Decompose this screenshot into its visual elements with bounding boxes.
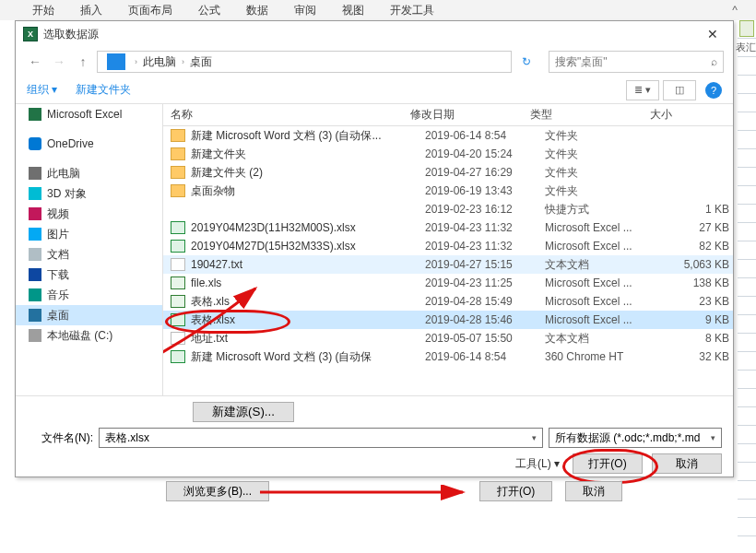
col-size[interactable]: 大小 <box>650 107 715 123</box>
col-date[interactable]: 修改日期 <box>410 107 530 123</box>
sidebar-item-label: 视频 <box>47 206 69 222</box>
chevron-down-icon: ▾ <box>711 433 715 442</box>
filename-input[interactable]: 表格.xlsx ▾ <box>99 428 543 448</box>
xlsx-icon <box>171 240 185 253</box>
file-type: 文件夹 <box>545 147 665 162</box>
txt-icon <box>171 258 185 271</box>
organize-button[interactable]: 组织 ▾ <box>27 82 57 98</box>
browse-more-button[interactable]: 浏览更多(B)... <box>166 481 269 501</box>
sidebar-item[interactable]: 此电脑 <box>16 163 162 183</box>
file-type: 文本文档 <box>545 257 665 273</box>
ribbon-tab[interactable]: 数据 <box>246 3 268 18</box>
file-list[interactable]: 新建 Microsoft Word 文档 (3) (自动保...2019-06-… <box>163 126 733 395</box>
file-row[interactable]: 新建 Microsoft Word 文档 (3) (自动保...2019-06-… <box>163 126 733 145</box>
new-folder-button[interactable]: 新建文件夹 <box>76 82 131 98</box>
up-arrow-icon[interactable]: ↑ <box>73 52 93 72</box>
file-date: 2019-04-23 11:25 <box>425 276 545 289</box>
file-date: 2019-05-07 15:50 <box>425 332 545 345</box>
file-row[interactable]: 190427.txt2019-04-27 15:15文本文档5,063 KB <box>163 255 733 274</box>
chevron-down-icon: ▾ <box>532 433 537 442</box>
sidebar-item[interactable]: 视频 <box>16 204 162 224</box>
column-headers[interactable]: 名称 修改日期 类型 大小 <box>163 104 733 126</box>
tools-link[interactable]: 工具(L) ▾ <box>515 456 560 472</box>
file-type: Microsoft Excel ... <box>545 276 665 289</box>
xlsx-icon <box>171 313 185 326</box>
file-name: file.xls <box>191 276 425 289</box>
file-row[interactable]: 桌面杂物2019-06-19 13:43文件夹 <box>163 182 733 200</box>
ribbon-tab[interactable]: 开始 <box>32 3 54 18</box>
view-mode-button[interactable]: ≣ ▾ <box>626 80 659 100</box>
file-size: 138 KB <box>665 276 729 289</box>
sidebar-item-label: 下载 <box>47 267 69 283</box>
file-size: 1 KB <box>665 203 729 216</box>
sidebar-item[interactable]: Microsoft Excel <box>16 104 162 124</box>
music-icon <box>29 288 41 301</box>
file-row[interactable]: file.xls2019-04-23 11:25Microsoft Excel … <box>163 274 733 292</box>
forward-arrow-icon[interactable]: → <box>49 52 69 72</box>
sidebar-item[interactable]: 文档 <box>16 244 162 265</box>
file-date: 2019-06-14 8:54 <box>425 350 545 363</box>
filetype-select[interactable]: 所有数据源 (*.odc;*.mdb;*.md ▾ <box>549 428 722 448</box>
file-type: 文件夹 <box>545 128 665 144</box>
sidebar-item-label: 图片 <box>47 227 69 242</box>
file-name: 桌面杂物 <box>191 183 425 199</box>
ribbon-tab[interactable]: 插入 <box>80 3 102 18</box>
dl-icon <box>29 268 41 281</box>
sidebar-item-label: 音乐 <box>47 288 69 303</box>
file-row[interactable]: 地址.txt2019-05-07 15:50文本文档8 KB <box>163 329 733 347</box>
ribbon-tab[interactable]: 页面布局 <box>128 3 172 18</box>
preview-pane-button[interactable]: ◫ <box>663 80 696 100</box>
col-name[interactable]: 名称 <box>171 107 410 123</box>
sidebar-item[interactable]: 桌面 <box>16 305 162 325</box>
none-icon <box>171 203 185 216</box>
file-name: 表格.xlsx <box>191 312 425 328</box>
file-size: 9 KB <box>665 313 729 326</box>
ribbon-tab[interactable]: 开发工具 <box>390 3 434 18</box>
nav-row: ← → ↑ › 此电脑 › 桌面 ↻ 搜索"桌面" ⌕ <box>16 47 733 76</box>
file-row[interactable]: 新建文件夹2019-04-20 15:24文件夹 <box>163 145 733 163</box>
new-source-button[interactable]: 新建源(S)... <box>193 402 294 422</box>
file-date: 2019-04-20 15:24 <box>425 147 545 160</box>
dialog-titlebar: X 选取数据源 ✕ <box>16 21 733 47</box>
back-arrow-icon[interactable]: ← <box>25 52 45 72</box>
file-name: 2019Y04M27D(15H32M33S).xlsx <box>191 240 425 253</box>
right-panel-label: 表汇 <box>736 41 756 54</box>
sidebar-item[interactable]: 图片 <box>16 224 162 244</box>
file-name: 2019Y04M23D(11H32M00S).xlsx <box>191 221 425 234</box>
breadcrumb[interactable]: › 此电脑 › 桌面 <box>97 51 512 73</box>
close-icon[interactable]: ✕ <box>700 27 726 41</box>
breadcrumb-root[interactable]: 此电脑 <box>143 54 176 70</box>
file-name: 表格.xls <box>191 294 425 310</box>
outer-open-button[interactable]: 打开(O) <box>479 481 552 501</box>
sidebar-item[interactable]: 下载 <box>16 265 162 285</box>
file-row[interactable]: 表格.xlsx2019-04-28 15:46Microsoft Excel .… <box>163 311 733 329</box>
file-date: 2019-04-28 15:49 <box>425 295 545 308</box>
file-type: Microsoft Excel ... <box>545 221 665 234</box>
file-row[interactable]: 新建文件夹 (2)2019-04-27 16:29文件夹 <box>163 163 733 182</box>
cancel-button[interactable]: 取消 <box>652 453 722 474</box>
sidebar-item[interactable]: 3D 对象 <box>16 183 162 204</box>
file-row[interactable]: 2019-02-23 16:12快捷方式1 KB <box>163 200 733 218</box>
ribbon-tab[interactable]: 视图 <box>342 3 364 18</box>
file-row[interactable]: 2019Y04M27D(15H32M33S).xlsx2019-04-23 11… <box>163 237 733 255</box>
cloud-icon <box>29 137 41 150</box>
file-row[interactable]: 2019Y04M23D(11H32M00S).xlsx2019-04-23 11… <box>163 218 733 237</box>
outer-cancel-button[interactable]: 取消 <box>565 481 622 501</box>
breadcrumb-leaf[interactable]: 桌面 <box>190 54 212 70</box>
sidebar-item[interactable]: OneDrive <box>16 134 162 154</box>
ribbon-tab[interactable]: 审阅 <box>294 3 316 18</box>
file-type: 360 Chrome HT <box>545 350 665 363</box>
sidebar-item-label: 此电脑 <box>47 166 80 182</box>
ribbon-tab[interactable]: 公式 <box>198 3 220 18</box>
sidebar-item[interactable]: 本地磁盘 (C:) <box>16 325 162 346</box>
open-button[interactable]: 打开(O) <box>573 453 643 474</box>
ribbon-minimize-icon[interactable]: ^ <box>732 4 738 17</box>
file-row[interactable]: 新建 Microsoft Word 文档 (3) (自动保2019-06-14 … <box>163 347 733 366</box>
col-type[interactable]: 类型 <box>530 107 650 123</box>
filename-label: 文件名(N): <box>27 430 93 446</box>
refresh-icon[interactable]: ↻ <box>515 55 537 68</box>
help-icon[interactable]: ? <box>705 82 722 99</box>
file-row[interactable]: 表格.xls2019-04-28 15:49Microsoft Excel ..… <box>163 292 733 311</box>
search-input[interactable]: 搜索"桌面" ⌕ <box>549 51 724 73</box>
sidebar-item[interactable]: 音乐 <box>16 285 162 305</box>
